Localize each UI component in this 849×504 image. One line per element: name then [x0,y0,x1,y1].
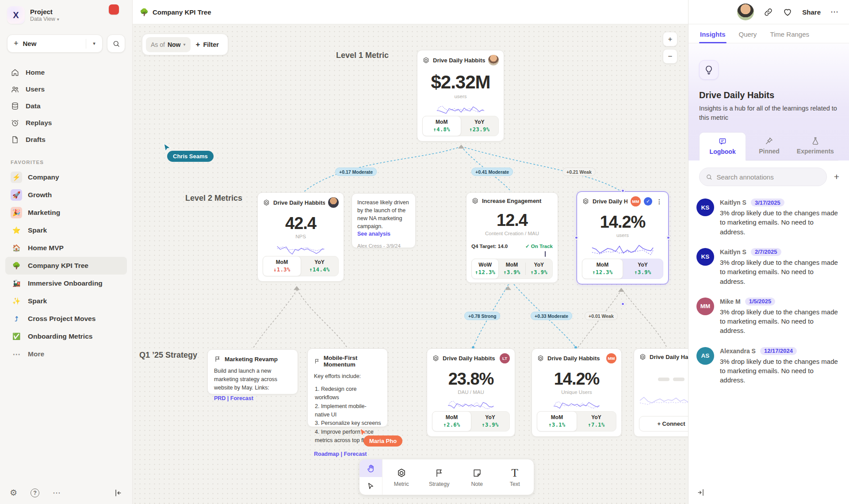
subtab-pinned[interactable]: Pinned [746,132,792,160]
avatar[interactable] [328,197,339,208]
collapse-handle[interactable] [294,286,300,290]
stat-wow[interactable]: WoW↑12.3% [471,259,499,279]
zoom-in-button[interactable]: + [663,32,677,46]
stat-mom[interactable]: MoM↑4.8% [422,116,461,136]
strategy-tool-button[interactable]: Strategy [421,459,459,495]
kebab-menu-icon[interactable]: ⋮ [655,198,663,205]
favorites-more[interactable]: ⋯More [5,345,127,363]
collapse-sidebar-icon[interactable] [114,489,122,497]
tab-time-ranges[interactable]: Time Ranges [769,24,810,43]
edge-label-4[interactable]: +0.78 Strong [464,312,500,320]
see-analysis-link[interactable]: See analysis [357,231,410,237]
annotation-searchbox[interactable] [699,168,827,186]
favorite-growth[interactable]: 🚀Growth [5,186,127,204]
as-of-selector[interactable]: As of Now ▾ [146,37,191,52]
zoom-out-button[interactable]: − [663,49,677,64]
new-button[interactable]: + New ▾ [7,34,103,53]
stat-yoy[interactable]: YoY↑3.9% [526,259,552,279]
sidebar-item-users[interactable]: Users [5,81,127,98]
selection-handle[interactable] [621,302,625,306]
stat-mom[interactable]: MoM↑3.1% [537,411,577,431]
select-tool-button[interactable] [359,477,382,495]
favorite-company-kpi-tree[interactable]: 🌳Company KPI Tree [5,257,127,275]
connect-button[interactable]: + Connect [639,416,688,431]
more-options-icon[interactable]: ⋯ [830,7,839,17]
selection-handle[interactable] [621,189,625,193]
edge-label-6[interactable]: +0.01 Weak [585,312,618,320]
avatar[interactable] [488,55,499,65]
stat-yoy[interactable]: YoY↑14.4% [301,256,338,276]
metric-card-selected[interactable]: Drive Daily Habb.. MM ✓ ⋮ 14.2% users Mo… [577,191,669,284]
selection-handle[interactable] [574,236,578,240]
collapse-panel-icon[interactable] [696,488,705,497]
strategy-links[interactable]: PRD | Forecast [214,395,291,401]
sidebar-item-drafts[interactable]: Drafts [5,131,127,148]
stat-yoy[interactable]: YoY↑23.9% [461,116,499,136]
search-button[interactable] [107,34,125,53]
owner-badge[interactable]: MM [606,353,616,363]
recording-badge[interactable] [109,4,119,15]
stat-mom[interactable]: MoM↓1.3% [263,256,301,276]
settings-gear-icon[interactable]: ⚙ [10,488,17,498]
selection-handle[interactable] [666,236,670,240]
subtab-logbook[interactable]: Logbook [699,132,746,160]
favorite-onboarding-metrics[interactable]: ✅Onboarding Metrics [5,328,127,345]
favorite-home-mvp[interactable]: 🏠Home MVP [5,239,127,257]
favorite-spark-2[interactable]: ✨Spark [5,292,127,310]
metric-tool-button[interactable]: Metric [382,459,421,495]
metric-card-root[interactable]: Drive Daily Habbits $2.32M users MoM↑4.8… [417,50,504,141]
annotation-note-card[interactable]: Increase likely driven by the launch of … [352,193,416,248]
annotation-date-badge[interactable]: 2/7/2025 [751,248,781,256]
strategy-card-mobile-first[interactable]: Mobile-First Momentum Key efforts includ… [307,348,388,427]
chevron-down-icon[interactable]: ▾ [86,41,102,46]
strategy-card-marketing-revamp[interactable]: Marketing Revamp Build and launch a new … [207,349,298,394]
edge-label-1[interactable]: +0.17 Moderate [335,168,377,176]
owner-badge[interactable]: LT [500,353,510,363]
metric-card-dau[interactable]: Drive Daily Habbits LT 23.8% DAU / MAU M… [427,348,515,437]
annotation-date-badge[interactable]: 12/17/2024 [760,347,797,355]
favorite-immersive-onboarding[interactable]: 🚂Immersive Onboarding [5,275,127,292]
more-options-icon[interactable]: ⋯ [53,488,61,498]
favorite-marketing[interactable]: 🎉Marketing [5,204,127,221]
metric-card-nps[interactable]: Drive Daily Habbits 42.4 NPS MoM↓1.3% Yo… [257,192,344,282]
filter-button[interactable]: + Filter [193,40,222,49]
favorite-spark[interactable]: ⭐Spark [5,221,127,239]
stat-yoy[interactable]: YoY↑7.1% [577,412,616,431]
workspace-view[interactable]: Data View▾ [30,16,59,22]
stat-mom[interactable]: MoM↑3.9% [498,259,525,279]
stat-yoy[interactable]: YoY↑3.9% [623,259,663,279]
favorite-company[interactable]: ⚡Company [5,168,127,186]
collapse-handle[interactable] [618,288,624,292]
subtab-experiments[interactable]: Experiments [792,132,838,160]
annotation-item[interactable]: AS Alexandra S12/17/2024 3% drop likely … [696,347,839,385]
sidebar-item-replays[interactable]: Replays [5,115,127,131]
edge-label-3[interactable]: +0.21 Weak [562,168,596,176]
edge-label-2[interactable]: +0.41 Moderate [471,168,513,176]
tab-query[interactable]: Query [738,24,758,43]
annotation-item[interactable]: MM Mike M1/5/2025 3% drop likely due to … [696,298,839,336]
tab-insights[interactable]: Insights [699,24,727,43]
stat-yoy[interactable]: YoY↑3.9% [471,412,509,431]
edge-label-5[interactable]: +0.33 Moderate [531,312,572,320]
user-avatar[interactable] [737,4,754,20]
sidebar-item-home[interactable]: Home [5,64,127,81]
annotation-item[interactable]: KS Kaitlyn S3/17/2025 3% drop likely due… [696,199,839,237]
sidebar-item-data[interactable]: Data [5,98,127,115]
annotation-date-badge[interactable]: 3/17/2025 [751,199,784,206]
annotation-date-badge[interactable]: 1/5/2025 [745,298,776,305]
help-icon[interactable]: ? [31,489,39,497]
collapse-handle[interactable] [458,145,464,149]
collapse-handle[interactable] [505,286,511,290]
strategy-links[interactable]: Roadmap | Forecast [314,451,381,457]
kpi-canvas[interactable]: As of Now ▾ + Filter + − Level 1 Metric … [133,24,688,504]
favorite-heart-icon[interactable] [783,7,792,17]
metric-card-unique-users[interactable]: Drive Daily Habbits MM 14.2% Unique User… [532,348,622,437]
stat-mom[interactable]: MoM↑2.6% [432,411,471,431]
stat-mom[interactable]: MoM↑12.3% [582,259,623,279]
add-annotation-button[interactable]: + [832,172,841,182]
metric-card-partial[interactable]: Drive Daily Habbits + Connect [634,348,688,437]
share-button[interactable]: Share [802,8,821,16]
note-tool-button[interactable]: Note [458,459,496,495]
copy-link-icon[interactable] [764,8,773,17]
annotation-search-input[interactable] [716,173,820,181]
